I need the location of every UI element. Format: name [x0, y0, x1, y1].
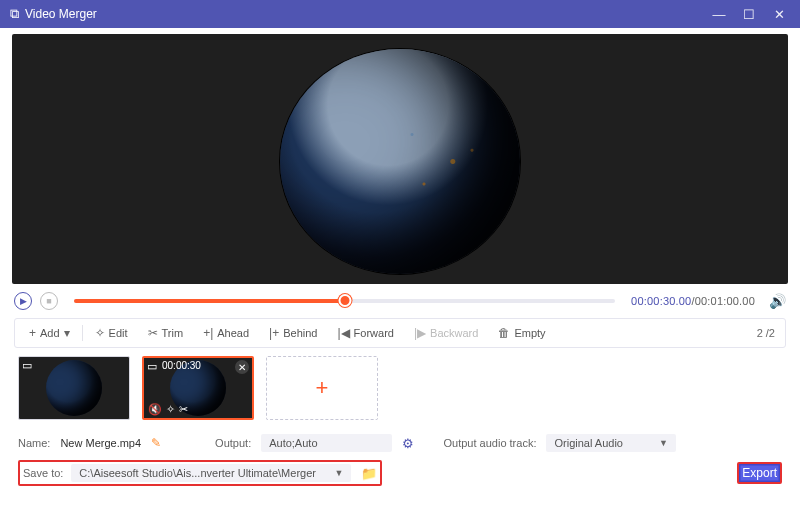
trim-clip-icon[interactable]: ✂ — [179, 403, 188, 416]
time-display: 00:00:30.00/00:01:00.00 — [631, 295, 755, 307]
chevron-down-icon: ▾ — [64, 326, 70, 340]
remove-clip-icon[interactable]: ✕ — [235, 360, 249, 374]
plus-icon: + — [29, 326, 36, 340]
wand-icon: ✧ — [95, 326, 105, 340]
scissors-icon: ✂ — [148, 326, 158, 340]
app-icon: ⧉ — [10, 6, 19, 22]
output-settings-icon[interactable]: ⚙ — [402, 436, 414, 451]
output-select[interactable]: Auto;Auto — [261, 434, 391, 452]
close-button[interactable]: ✕ — [764, 7, 794, 22]
titlebar: ⧉ Video Merger — ☐ ✕ — [0, 0, 800, 28]
saveto-select[interactable]: C:\Aiseesoft Studio\Ais...nverter Ultima… — [71, 464, 351, 482]
add-clip-card[interactable]: + — [266, 356, 378, 420]
app-title: Video Merger — [25, 7, 704, 21]
chevron-down-icon: ▼ — [659, 438, 668, 448]
chevron-down-icon: ▼ — [334, 468, 343, 478]
saveto-value: C:\Aiseesoft Studio\Ais...nverter Ultima… — [79, 467, 316, 479]
forward-button[interactable]: |◀Forward — [329, 323, 401, 343]
stop-button[interactable]: ■ — [40, 292, 58, 310]
seek-progress — [74, 299, 345, 303]
clip-counter: 2 /2 — [757, 327, 779, 339]
skip-back-icon: |◀ — [337, 326, 349, 340]
edit-toolbar: +Add▾ ✧Edit ✂Trim +|Ahead |+Behind |◀For… — [14, 318, 786, 348]
playback-controls: ▶ ■ 00:00:30.00/00:01:00.00 🔊 — [0, 284, 800, 314]
clip-duration: 00:00:30 — [162, 360, 201, 371]
move-right-icon: |+ — [269, 326, 279, 340]
volume-icon[interactable]: 🔊 — [769, 293, 786, 309]
saveto-label: Save to: — [23, 467, 63, 479]
name-value: New Merge.mp4 — [60, 437, 141, 449]
empty-button[interactable]: 🗑Empty — [490, 323, 553, 343]
edit-button[interactable]: ✧Edit — [87, 323, 136, 343]
minimize-button[interactable]: — — [704, 7, 734, 22]
edit-name-icon[interactable]: ✎ — [151, 436, 161, 450]
browse-folder-icon[interactable]: 📁 — [361, 466, 377, 481]
seek-bar[interactable] — [74, 299, 615, 303]
audio-track-label: Output audio track: — [444, 437, 537, 449]
behind-button[interactable]: |+Behind — [261, 323, 325, 343]
preview-frame-image — [280, 49, 520, 274]
audio-track-value: Original Audio — [554, 437, 623, 449]
output-label: Output: — [215, 437, 251, 449]
audio-track-select[interactable]: Original Audio ▼ — [546, 434, 675, 452]
name-label: Name: — [18, 437, 50, 449]
clip-thumbnail[interactable]: ▭ — [18, 356, 130, 420]
maximize-button[interactable]: ☐ — [734, 7, 764, 22]
add-button[interactable]: +Add▾ — [21, 323, 78, 343]
backward-button[interactable]: |▶Backward — [406, 323, 486, 343]
move-left-icon: +| — [203, 326, 213, 340]
trash-icon: 🗑 — [498, 326, 510, 340]
film-icon: ▭ — [22, 359, 32, 372]
edit-clip-icon[interactable]: ✧ — [166, 403, 175, 416]
video-preview[interactable] — [12, 34, 788, 284]
mute-icon[interactable]: 🔇 — [148, 403, 162, 416]
seek-thumb[interactable] — [338, 294, 351, 307]
clip-thumbnail[interactable]: ▭ 00:00:30 ✕ 🔇 ✧ ✂ — [142, 356, 254, 420]
clip-strip: ▭ ▭ 00:00:30 ✕ 🔇 ✧ ✂ + — [0, 356, 800, 428]
export-button[interactable]: Export — [737, 462, 782, 484]
time-current: 00:00:30.00 — [631, 295, 691, 307]
skip-forward-icon: |▶ — [414, 326, 426, 340]
plus-icon: + — [316, 375, 329, 401]
output-value: Auto;Auto — [269, 437, 317, 449]
output-options: Name: New Merge.mp4 ✎ Output: Auto;Auto … — [0, 428, 800, 486]
trim-button[interactable]: ✂Trim — [140, 323, 192, 343]
thumbnail-image — [46, 360, 102, 416]
play-button[interactable]: ▶ — [14, 292, 32, 310]
film-icon: ▭ — [147, 360, 157, 373]
ahead-button[interactable]: +|Ahead — [195, 323, 257, 343]
time-total: 00:01:00.00 — [695, 295, 755, 307]
